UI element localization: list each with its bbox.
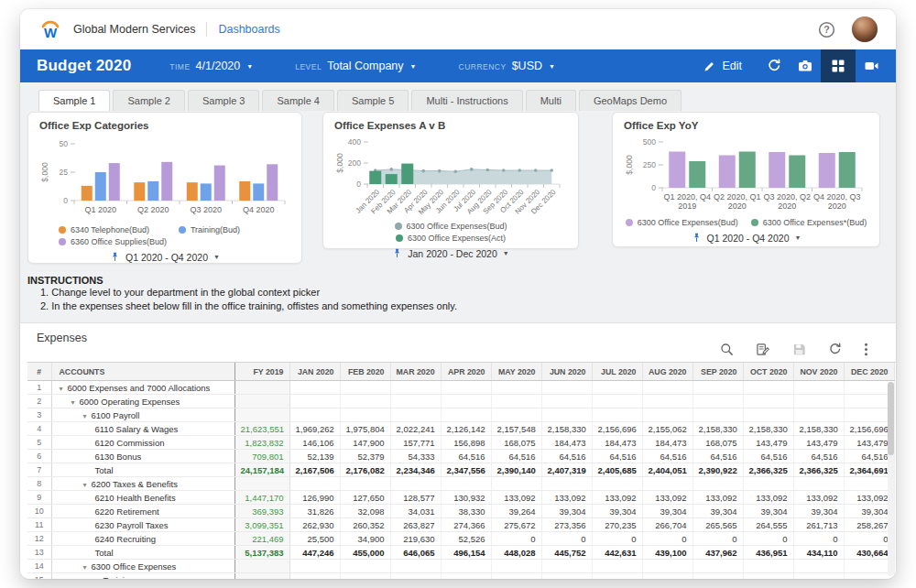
month-cell[interactable]: 64,516	[491, 450, 541, 463]
month-cell[interactable]: 143,479	[793, 436, 844, 450]
month-cell[interactable]: 442,631	[592, 546, 642, 560]
month-cell[interactable]	[289, 560, 340, 573]
month-cell[interactable]	[692, 560, 743, 573]
legend-item[interactable]: 6300 Office Expenses(Bud)	[395, 221, 507, 233]
month-cell[interactable]	[491, 408, 541, 422]
month-cell[interactable]: 147,900	[340, 436, 390, 450]
month-cell[interactable]: 133,092	[592, 491, 642, 505]
month-cell[interactable]: 184,473	[642, 436, 692, 450]
month-cell[interactable]: 156,898	[441, 436, 491, 450]
month-cell[interactable]: 128,577	[390, 491, 441, 505]
month-cell[interactable]: 39,304	[642, 505, 692, 518]
month-cell[interactable]: 2,158,330	[793, 422, 844, 436]
account-cell[interactable]: Total	[51, 546, 234, 560]
month-cell[interactable]: 39,304	[844, 505, 894, 518]
month-cell[interactable]: 275,672	[491, 518, 541, 532]
month-cell[interactable]	[541, 560, 592, 573]
tab-sample-2[interactable]: Sample 2	[113, 90, 184, 111]
scrollbar-thumb[interactable]	[888, 382, 894, 455]
search-button[interactable]	[720, 343, 734, 356]
month-cell[interactable]: 64,516	[743, 450, 793, 463]
month-cell[interactable]: 25,500	[289, 532, 340, 546]
month-cell[interactable]: 0	[642, 532, 692, 546]
month-cell[interactable]: 39,264	[491, 505, 541, 518]
month-cell[interactable]	[793, 560, 844, 573]
month-cell[interactable]: 133,092	[793, 491, 844, 505]
month-cell[interactable]: 64,516	[592, 450, 642, 463]
month-cell[interactable]	[592, 381, 642, 395]
month-cell[interactable]: 265,565	[692, 518, 743, 532]
column-header[interactable]: #	[27, 363, 51, 381]
month-cell[interactable]	[692, 395, 743, 408]
edit-sheet-button[interactable]	[756, 343, 770, 356]
column-header[interactable]: AUG 2020	[642, 363, 692, 381]
column-header[interactable]: JAN 2020	[289, 363, 340, 381]
fy2019-cell[interactable]: 21,623,551	[234, 422, 289, 436]
column-header[interactable]: MAR 2020	[390, 363, 441, 381]
month-cell[interactable]: 274,366	[441, 518, 491, 532]
account-cell[interactable]: ▾6200 Taxes & Benefits	[51, 477, 234, 491]
expand-collapse-caret[interactable]: ▾	[83, 563, 87, 572]
month-cell[interactable]	[491, 477, 541, 491]
month-cell[interactable]: 2,156,696	[592, 422, 642, 436]
month-cell[interactable]: 133,092	[541, 491, 592, 505]
month-cell[interactable]	[844, 381, 894, 395]
month-cell[interactable]	[743, 560, 793, 573]
month-cell[interactable]	[340, 395, 390, 408]
month-cell[interactable]: 0	[592, 532, 642, 546]
save-button[interactable]	[792, 343, 806, 356]
month-cell[interactable]: 39,304	[743, 505, 793, 518]
month-cell[interactable]: 2,366,325	[743, 463, 793, 477]
column-header[interactable]: DEC 2020	[844, 363, 894, 381]
month-cell[interactable]	[541, 395, 592, 408]
month-cell[interactable]	[844, 408, 894, 422]
fy2019-cell[interactable]	[234, 395, 289, 408]
month-cell[interactable]: 2,156,696	[844, 422, 894, 436]
month-cell[interactable]: 39,304	[793, 505, 844, 518]
month-cell[interactable]: 448,028	[491, 546, 541, 560]
month-cell[interactable]: 133,092	[743, 491, 793, 505]
month-cell[interactable]	[692, 408, 743, 422]
month-cell[interactable]: 127,650	[340, 491, 390, 505]
month-cell[interactable]: 437,962	[692, 546, 743, 560]
month-cell[interactable]: 133,092	[491, 491, 541, 505]
month-cell[interactable]	[441, 408, 491, 422]
month-cell[interactable]: 2,405,685	[592, 463, 642, 477]
month-cell[interactable]: 266,704	[642, 518, 692, 532]
month-cell[interactable]: 38,330	[441, 505, 491, 518]
account-cell[interactable]: 6230 Payroll Taxes	[51, 518, 234, 532]
month-cell[interactable]	[844, 573, 894, 580]
month-cell[interactable]	[793, 381, 844, 395]
month-cell[interactable]: 260,352	[340, 518, 390, 532]
month-cell[interactable]	[441, 560, 491, 573]
month-cell[interactable]: 168,075	[692, 436, 743, 450]
fy2019-cell[interactable]: 3,099,351	[234, 518, 289, 532]
month-cell[interactable]: 126,990	[289, 491, 340, 505]
expand-collapse-caret[interactable]: ▾	[95, 577, 99, 580]
month-cell[interactable]: 2,158,330	[692, 422, 743, 436]
month-cell[interactable]	[390, 395, 441, 408]
chart-period-picker[interactable]: Jan 2020 - Dec 2020 ▼	[334, 247, 567, 259]
month-cell[interactable]: 52,139	[289, 450, 340, 463]
month-cell[interactable]	[441, 395, 491, 408]
month-cell[interactable]	[743, 381, 793, 395]
legend-item[interactable]: 6300 Office Expenses(Bud)	[626, 217, 738, 229]
month-cell[interactable]	[491, 381, 541, 395]
fy2019-cell[interactable]	[234, 573, 289, 580]
month-cell[interactable]: 64,516	[692, 450, 743, 463]
month-cell[interactable]	[743, 573, 793, 580]
currency-context-picker[interactable]: CURRENCY $USD ▼	[459, 60, 555, 72]
month-cell[interactable]: 1,969,262	[289, 422, 340, 436]
legend-item[interactable]: 6360 Office Supplies(Bud)	[59, 236, 167, 248]
month-cell[interactable]	[289, 408, 340, 422]
month-cell[interactable]: 2,126,142	[441, 422, 491, 436]
month-cell[interactable]: 64,516	[541, 450, 592, 463]
month-cell[interactable]: 445,752	[541, 546, 592, 560]
month-cell[interactable]: 133,092	[844, 491, 894, 505]
expand-collapse-caret[interactable]: ▾	[83, 412, 87, 420]
column-header[interactable]: OCT 2020	[743, 363, 793, 381]
month-cell[interactable]: 455,000	[340, 546, 390, 560]
more-options-button[interactable]	[864, 343, 868, 356]
fy2019-cell[interactable]	[234, 560, 289, 573]
tab-sample-4[interactable]: Sample 4	[262, 90, 333, 111]
